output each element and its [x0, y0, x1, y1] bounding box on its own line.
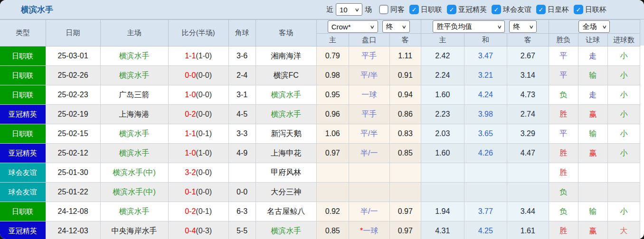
handicap-result-cell: 赢 — [578, 105, 607, 124]
fulltime-score: 0-2 — [185, 207, 196, 215]
odds-home: 0.98 — [316, 66, 349, 85]
handicap-name: 平手 — [361, 110, 377, 118]
handicap-result-cell: 走 — [578, 46, 607, 66]
odds-home: 0.95 — [316, 85, 349, 105]
check-icon: ✓ — [449, 7, 455, 13]
away-team-name: 新泻天鹅 — [271, 129, 301, 138]
avg-home-odds — [421, 163, 464, 183]
col-header-avg-home: 主 — [421, 34, 464, 46]
competition-type-badge: 日职联 — [0, 46, 46, 66]
halftime-score: (0-1) — [196, 207, 212, 215]
filter-bar: 近 10 ∨ 场 ✓ 同客 ✓ 日职联 ✓ 亚冠精英 ✓ 球会友谊 ✓ 日皇杯 … — [324, 0, 606, 19]
match-history-table: 类型 日期 主场 比分(半场) 角球 客场 Crow* ∨ 终 ∨ — [0, 19, 640, 239]
halftime-score: (0-0) — [196, 71, 212, 79]
home-team: 广岛三箭 — [100, 85, 168, 105]
col-header-date: 日期 — [46, 20, 100, 46]
avg-away-odds — [507, 163, 549, 183]
avg-draw-odds: 3.21 — [464, 66, 507, 85]
check-icon: ✓ — [576, 7, 581, 13]
odds-stage-select[interactable]: 终 ∨ — [382, 20, 410, 33]
avg-away-odds: 2.67 — [507, 46, 549, 66]
competition-type-badge: 日职联 — [0, 202, 46, 221]
checkbox-league-cup[interactable]: ✓ — [574, 5, 583, 14]
odds-away: 0.94 — [389, 85, 421, 105]
home-team-name: 横滨水手(中) — [113, 168, 156, 176]
checkbox-club-friendly[interactable]: ✓ — [492, 5, 501, 14]
odds-handicap — [349, 163, 389, 183]
table-row: 日职联 24-12-08 横滨水手 0-2(0-1) 6-3 名古屋鲸八 0.9… — [0, 202, 640, 221]
match-date: 25-02-26 — [46, 66, 100, 85]
avg-home-odds — [421, 183, 464, 202]
avg-draw-odds: 4.25 — [464, 221, 507, 239]
bookmaker-value: Crow* — [331, 23, 351, 31]
checkbox-emperors-cup[interactable]: ✓ — [536, 5, 546, 14]
home-team: 横滨水手 — [100, 66, 168, 85]
odds-away: 0.97 — [389, 221, 421, 239]
checkbox-acl-elite-label: 亚冠精英 — [458, 5, 487, 14]
avg-away-odds: 4.47 — [507, 144, 549, 163]
fulltime-score: 3-2 — [185, 168, 196, 176]
avg-away-odds: 2.74 — [507, 105, 549, 124]
table-row: 球会友谊 25-01-30 横滨水手(中) 3-2(0-0) 甲府风林 胜 — [0, 163, 640, 183]
recent-prefix-label: 近 — [326, 5, 333, 14]
bookmaker-select[interactable]: Crow* ∨ — [328, 20, 378, 33]
checkbox-league-cup-label: 日联杯 — [585, 5, 606, 14]
checkbox-club-friendly-label: 球会友谊 — [503, 5, 531, 14]
away-team: 名古屋鲸八 — [256, 202, 316, 221]
table-row: 日职联 25-02-26 横滨水手 0-0(0-0) 2-4 横滨FC 0.98… — [0, 66, 640, 85]
avg-away-odds: 3.44 — [507, 202, 549, 221]
goals-result-cell: 小 — [607, 66, 640, 85]
goals-result-cell — [607, 163, 640, 183]
avg-stage-select[interactable]: 终 ∨ — [509, 20, 537, 33]
checkbox-acl-elite[interactable]: ✓ — [447, 5, 456, 14]
match-score: 0-4(0-3) — [168, 221, 228, 239]
chevron-down-icon: ∨ — [402, 24, 407, 29]
match-score: 0-2(0-0) — [168, 105, 228, 124]
avg-draw-odds: 4.24 — [464, 85, 507, 105]
result-cell: 平 — [549, 46, 578, 66]
goals-result-cell: 大 — [607, 221, 640, 239]
fulltime-score: 0-2 — [185, 110, 196, 118]
fulltime-score: 0-0 — [185, 71, 196, 79]
competition-type-badge: 亚冠精英 — [0, 105, 46, 124]
scope-select[interactable]: 全场 ∨ — [578, 20, 610, 33]
match-date: 25-02-15 — [46, 124, 100, 144]
odds-home: 0.92 — [316, 202, 349, 221]
match-score: 0-2(0-1) — [168, 202, 228, 221]
competition-type-badge: 日职联 — [0, 85, 46, 105]
corner-score: 2-4 — [228, 66, 256, 85]
result-cell: 胜 — [549, 221, 578, 239]
avg-home-odds: 2.03 — [421, 124, 464, 144]
avg-home-odds: 1.60 — [421, 144, 464, 163]
avg-type-select[interactable]: 胜平负均值 ∨ — [433, 20, 505, 33]
home-team: 中央海岸水手 — [100, 221, 168, 239]
col-header-avg-away: 客 — [507, 34, 549, 46]
away-team: 横滨FC — [256, 66, 316, 85]
odds-home: 0.79 — [316, 46, 349, 66]
fulltime-score: 1-0 — [185, 91, 196, 99]
odds-handicap: 平/半 — [349, 124, 389, 144]
result-cell: 负 — [549, 202, 578, 221]
col-header-odds-home: 主 — [316, 34, 349, 46]
recent-count-select[interactable]: 10 ∨ — [336, 3, 362, 16]
col-header-goals: 进球数 — [607, 34, 640, 46]
match-score: 0-0(0-0) — [168, 66, 228, 85]
avg-draw-odds: 3.77 — [464, 202, 507, 221]
table-row: 日职联 25-02-23 广岛三箭 1-0(0-0) 3-1 横滨水手 0.95… — [0, 85, 640, 105]
home-team-name: 横滨水手 — [119, 207, 150, 215]
corner-score: 6-3 — [228, 202, 256, 221]
avg-stage-value: 终 — [513, 22, 520, 31]
competition-type-badge: 日职联 — [0, 66, 46, 85]
checkbox-j1-league[interactable]: ✓ — [409, 5, 419, 14]
home-team: 横滨水手 — [100, 46, 168, 66]
away-team-name: 名古屋鲸八 — [267, 207, 305, 215]
avg-draw-odds: 3.47 — [464, 46, 507, 66]
checkbox-same-venue[interactable]: ✓ — [379, 5, 388, 14]
odds-home: 0.85 — [316, 221, 349, 239]
avg-draw-odds: 4.26 — [464, 144, 507, 163]
match-score: 1-1(0-1) — [168, 124, 228, 144]
home-team: 横滨水手(中) — [100, 163, 168, 183]
scope-controls-cell: 全场 ∨ — [549, 20, 640, 34]
away-team-name: 大分三神 — [271, 188, 301, 196]
home-team-name: 中央海岸水手 — [112, 227, 157, 235]
